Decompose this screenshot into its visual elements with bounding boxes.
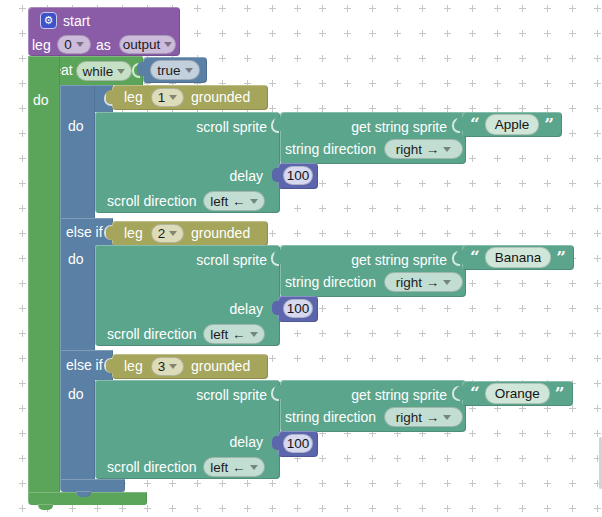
number-field[interactable]: 100 [283,166,313,185]
string-direction-value: right → [396,410,440,425]
true-dropdown[interactable]: true [150,60,200,80]
repeat-mode-dropdown[interactable]: while [76,61,132,81]
gear-icon[interactable]: ⚙ [40,12,57,29]
string-text-field[interactable]: Banana [485,247,552,268]
repeat-mode-value: while [83,64,114,79]
scroll-direction-label: scroll direction [107,326,196,343]
string-direction-value: right → [396,275,440,290]
string-direction-dropdown[interactable]: right → [384,272,463,292]
string-direction-label: string direction [285,141,376,158]
repeat-do-label: do [33,92,49,109]
leg-number-dropdown[interactable]: 2 [151,224,184,243]
if-do-label: do [68,251,84,268]
dropdown-arrow-icon [443,415,451,420]
dropdown-arrow-icon [164,42,172,47]
start-block[interactable]: ⚙ start leg 0 as output [28,7,180,56]
get-string-sprite-block[interactable]: get string sprite string direction right… [280,112,466,164]
string-direction-label: string direction [285,409,376,426]
condition-block-leg1[interactable]: leg 1 grounded [112,85,268,110]
number-block-delay[interactable]: 100 [278,296,318,322]
leg-label: leg [32,37,51,54]
if-block-foot[interactable] [60,479,125,492]
grounded-label: grounded [191,89,250,106]
close-quote-icon: ” [556,249,566,266]
scroll-direction-value: left ← [210,194,245,209]
grounded-label: grounded [191,358,250,375]
string-direction-label: string direction [285,274,376,291]
dropdown-arrow-icon [250,465,258,470]
scroll-sprite-label: scroll sprite [95,119,267,136]
leg-number-value: 2 [158,226,166,241]
dropdown-arrow-icon [169,95,177,100]
string-literal-block[interactable]: “ Orange ” [462,381,573,406]
leg-number-value: 3 [158,359,166,374]
scroll-sprite-label: scroll sprite [95,387,267,404]
string-literal-block[interactable]: “ Banana ” [462,245,574,270]
string-direction-dropdown[interactable]: right → [384,407,463,427]
string-text-field[interactable]: Apple [485,114,540,135]
scroll-direction-value: left ← [210,460,245,475]
if-block-bottom-notch [76,491,91,497]
leg-number-dropdown[interactable]: 1 [151,88,184,107]
else-if-label: else if [66,357,103,374]
repeat-block-spine[interactable] [28,56,60,492]
string-literal-block[interactable]: “ Apple ” [462,112,562,137]
leg-label: leg [124,358,143,375]
pin-mode-dropdown[interactable]: output [119,35,176,54]
condition-block-leg2[interactable]: leg 2 grounded [112,221,268,246]
scroll-direction-value: left ← [210,327,245,342]
dropdown-arrow-icon [117,69,125,74]
number-block-delay[interactable]: 100 [278,431,318,457]
scroll-direction-dropdown[interactable]: left ← [203,191,265,211]
leg-number-value: 1 [158,90,166,105]
string-direction-value: right → [396,142,440,157]
scroll-direction-dropdown[interactable]: left ← [203,457,265,477]
if-do-label: do [68,386,84,403]
dropdown-arrow-icon [250,199,258,204]
delay-label: delay [95,168,263,185]
open-quote-icon: “ [470,249,480,266]
leg-number-dropdown[interactable]: 3 [151,357,184,376]
dropdown-arrow-icon [443,147,451,152]
if-block-spine[interactable] [60,85,95,479]
number-block-delay[interactable]: 100 [278,163,318,189]
number-field[interactable]: 100 [283,299,313,318]
scroll-sprite-label: scroll sprite [95,252,267,269]
dropdown-arrow-icon [250,332,258,337]
string-direction-dropdown[interactable]: right → [384,139,463,159]
get-string-sprite-label: get string sprite [280,252,447,269]
true-value-block[interactable]: true [143,57,207,83]
dropdown-arrow-icon [443,280,451,285]
scroll-direction-label: scroll direction [107,193,196,210]
get-string-sprite-label: get string sprite [280,387,447,404]
scroll-sprite-block[interactable]: scroll sprite delay scroll direction lef… [95,112,280,213]
scroll-sprite-block[interactable]: scroll sprite delay scroll direction lef… [95,245,280,346]
start-leg-value: 0 [64,37,72,52]
close-quote-icon: ” [555,385,565,402]
dropdown-arrow-icon [76,42,84,47]
leg-label: leg [124,225,143,242]
start-leg-dropdown[interactable]: 0 [57,35,91,54]
if-do-label: do [68,118,84,135]
delay-label: delay [95,434,263,451]
as-label: as [96,37,111,54]
close-quote-icon: ” [544,116,554,133]
repeat-block-bottom-notch [38,504,53,510]
string-text-field[interactable]: Orange [485,383,550,404]
open-quote-icon: “ [470,116,480,133]
dropdown-arrow-icon [185,68,193,73]
scroll-sprite-block[interactable]: scroll sprite delay scroll direction lef… [95,380,280,479]
get-string-sprite-label: get string sprite [280,119,447,136]
get-string-sprite-block[interactable]: get string sprite string direction right… [280,380,466,432]
pin-mode-value: output [123,37,161,52]
dropdown-arrow-icon [169,364,177,369]
open-quote-icon: “ [470,385,480,402]
leg-label: leg [124,89,143,106]
grounded-label: grounded [191,225,250,242]
get-string-sprite-block[interactable]: get string sprite string direction right… [280,245,466,297]
blockly-workspace: ⚙ start leg 0 as output repeat while do … [0,0,602,517]
condition-block-leg3[interactable]: leg 3 grounded [112,354,268,379]
number-field[interactable]: 100 [283,434,313,453]
start-block-title: start [63,13,90,30]
scroll-direction-dropdown[interactable]: left ← [203,324,265,344]
